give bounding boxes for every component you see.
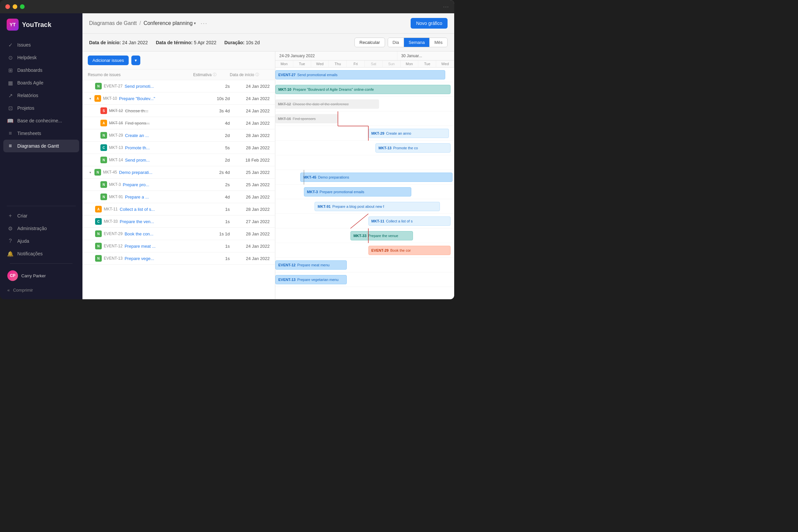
collapse-toggle[interactable]: ▾ xyxy=(88,170,92,174)
sidebar-item-admin[interactable]: ⚙ Administração xyxy=(3,222,79,235)
gantt-bar-mkt12[interactable]: MKT-12 Choose the date of the conference xyxy=(275,99,379,109)
issues-toolbar: Adicionar issues ▾ xyxy=(82,52,275,70)
table-row[interactable]: A MKT-11 Collect a list of s... 1s 28 Ja… xyxy=(82,203,275,215)
end-date-label: Data de término: xyxy=(156,40,192,45)
gantt-day-header: Mon Tue Wed Thu Fri Sat Sun Mon Tue Wed xyxy=(275,60,454,68)
breadcrumb-separator: / xyxy=(139,20,141,26)
logo-area[interactable]: YT YouTrack xyxy=(0,13,82,36)
date-cell: 28 Jan 2022 xyxy=(230,207,270,212)
issue-title[interactable]: Collect a list of s... xyxy=(120,207,155,212)
issue-title[interactable]: Prepare a ... xyxy=(125,194,149,200)
issue-title[interactable]: Create an ... xyxy=(125,133,149,138)
sidebar-item-label: Timesheets xyxy=(17,131,41,136)
nav-divider xyxy=(7,206,76,206)
breadcrumb-parent[interactable]: Diagramas de Gantt xyxy=(89,20,137,26)
estimate-cell: 2s 4d xyxy=(193,170,230,175)
issue-id: MKT-3 xyxy=(109,182,121,187)
issue-title[interactable]: Demo preparati... xyxy=(119,170,152,175)
add-issues-dropdown[interactable]: ▾ xyxy=(131,56,140,65)
help-icon: ? xyxy=(7,238,13,244)
table-row[interactable]: N MKT-14 Send prom... 2d 18 Feb 2022 xyxy=(82,154,275,166)
gantt-bar-event12[interactable]: EVENT-12 Prepare meat menu xyxy=(275,260,347,270)
avatar: CP xyxy=(7,270,18,281)
timesheets-icon: ≡ xyxy=(7,130,13,136)
sidebar-item-timesheets[interactable]: ≡ Timesheets xyxy=(3,127,79,140)
sidebar-item-dashboards[interactable]: ⊞ Dashboards xyxy=(3,64,79,76)
sidebar-item-boards-agile[interactable]: ▦ Boards Agile xyxy=(3,76,79,89)
sidebar-item-relatorios[interactable]: ↗ Relatórios xyxy=(3,89,79,102)
collapse-sidebar-button[interactable]: « Comprimir xyxy=(3,284,79,296)
table-row[interactable]: N EVENT-12 Prepare meat ... 1s 24 Jan 20… xyxy=(82,240,275,252)
gantt-bar-event27[interactable]: EVENT-27 Send promotional emails xyxy=(275,70,445,79)
issue-title[interactable]: Send promoti... xyxy=(125,84,154,89)
sidebar-item-notifications[interactable]: 🔔 Notificações xyxy=(3,247,79,260)
table-row[interactable]: N EVENT-29 Book the con... 1s 1d 28 Jan … xyxy=(82,228,275,240)
gantt-bar-event13[interactable]: EVENT-13 Prepare vegetarian menu xyxy=(275,275,347,284)
gantt-bar-mkt33[interactable]: MKT-33 Prepare the venue xyxy=(350,231,413,241)
gantt-bar-event29[interactable]: EVENT-29 Book the cor xyxy=(368,246,451,255)
sidebar-item-helpdesk[interactable]: ⊙ Helpdesk xyxy=(3,51,79,64)
table-row[interactable]: N EVENT-13 Prepare vege... 1s 24 Jan 202… xyxy=(82,252,275,265)
issue-title[interactable]: Book the con... xyxy=(125,231,154,236)
date-cell: 28 Jan 2022 xyxy=(230,231,270,236)
new-chart-button[interactable]: Novo gráfico xyxy=(411,18,448,28)
sidebar-item-criar[interactable]: + Criar xyxy=(3,209,79,222)
status-badge: N xyxy=(95,83,102,90)
sidebar-item-ajuda[interactable]: ? Ajuda xyxy=(3,235,79,247)
minimize-button[interactable] xyxy=(13,4,17,9)
gantt-row-8: MKT-3 Prepare promotional emails xyxy=(275,185,454,199)
table-row[interactable]: C MKT-13 Promote th... 5s 28 Jan 2022 xyxy=(82,141,275,154)
table-row[interactable]: S MKT-12 Choose th... 3s 4d 24 Jan 2022 xyxy=(82,105,275,117)
gantt-bar-mkt3[interactable]: MKT-3 Prepare promotional emails xyxy=(304,187,411,196)
table-row[interactable]: N MKT-29 Create an ... 2d 28 Jan 2022 xyxy=(82,129,275,141)
gantt-bar-mkt10[interactable]: MKT-10 Prepare "Boulevard of Agile Dream… xyxy=(275,85,451,94)
gantt-row-2: MKT-12 Choose the date of the conference xyxy=(275,97,454,111)
collapse-toggle[interactable]: ▾ xyxy=(88,96,92,101)
sidebar-item-knowledge[interactable]: 📖 Base de conhecime... xyxy=(3,114,79,127)
status-badge: S xyxy=(100,108,107,114)
sidebar-item-issues[interactable]: ✓ Issues xyxy=(3,39,79,51)
chevron-down-icon: ▾ xyxy=(194,21,196,25)
close-button[interactable] xyxy=(5,4,10,9)
sidebar-item-label: Issues xyxy=(17,42,31,48)
issue-title[interactable]: Send prom... xyxy=(125,158,150,163)
issue-title[interactable]: Promote th... xyxy=(125,145,150,150)
issue-title[interactable]: Find spons... xyxy=(125,121,150,126)
issue-title[interactable]: Prepare pro... xyxy=(123,182,149,187)
table-row[interactable]: N MKT-3 Prepare pro... 2s 25 Jan 2022 xyxy=(82,178,275,191)
table-row[interactable]: ▾ N MKT-45 Demo preparati... 2s 4d 25 Ja… xyxy=(82,166,275,178)
sidebar-item-label: Dashboards xyxy=(17,68,42,73)
issue-title[interactable]: Choose th... xyxy=(125,108,148,113)
recalculate-button[interactable]: Recalcular xyxy=(355,38,385,47)
add-issues-button[interactable]: Adicionar issues xyxy=(88,56,129,65)
gantt-bar-mkt11[interactable]: MKT-11 Collect a list of s xyxy=(368,216,451,226)
issue-title[interactable]: Prepare meat ... xyxy=(125,244,156,249)
breadcrumb-options[interactable]: ··· xyxy=(201,20,208,27)
week-view-tab[interactable]: Semana xyxy=(404,38,429,47)
month-view-tab[interactable]: Mês xyxy=(429,38,447,47)
sidebar-item-projetos[interactable]: ⊡ Projetos xyxy=(3,102,79,114)
gantt-bar-mkt29[interactable]: MKT-29 Create an anno xyxy=(368,129,449,138)
window-menu[interactable]: ⋯ xyxy=(443,3,449,10)
table-row[interactable]: C MKT-33 Prepare the ven... 1s 27 Jan 20… xyxy=(82,215,275,228)
sidebar-item-gantt[interactable]: ≡ Diagramas de Gantt xyxy=(3,140,79,152)
estimate-cell: 4d xyxy=(193,121,230,126)
table-row[interactable]: A MKT-16 Find spons... 4d 24 Jan 2022 xyxy=(82,117,275,129)
user-area[interactable]: CP Carry Parker xyxy=(3,267,79,284)
table-row[interactable]: ▾ A MKT-10 Prepare "Boulev..." 10s 2d 24… xyxy=(82,92,275,105)
gantt-bar-mkt45[interactable]: MKT-45 Demo preparations xyxy=(300,173,452,182)
gantt-bar-mkt13[interactable]: MKT-13 Promote the co xyxy=(375,143,451,153)
breadcrumb-current[interactable]: Conference planning ▾ xyxy=(144,20,196,26)
sidebar: YT YouTrack ✓ Issues ⊙ Helpdesk ⊞ Dashbo… xyxy=(0,0,82,299)
table-row[interactable]: N MKT-91 Prepare a ... 4d 26 Jan 2022 xyxy=(82,191,275,203)
gantt-bar-mkt91[interactable]: MKT-91 Prepare a blog post about new f xyxy=(315,202,440,211)
issue-title[interactable]: Prepare the ven... xyxy=(120,219,154,224)
criar-icon: + xyxy=(7,213,13,219)
maximize-button[interactable] xyxy=(20,4,25,9)
estimate-cell: 5s xyxy=(193,145,230,150)
gantt-bar-mkt16[interactable]: MKT-16 Find sponsors xyxy=(275,114,338,124)
issue-title[interactable]: Prepare "Boulev..." xyxy=(119,96,155,101)
day-view-tab[interactable]: Dia xyxy=(388,38,404,47)
issue-title[interactable]: Prepare vege... xyxy=(125,256,154,261)
table-row[interactable]: N EVENT-27 Send promoti... 2s 24 Jan 202… xyxy=(82,80,275,92)
